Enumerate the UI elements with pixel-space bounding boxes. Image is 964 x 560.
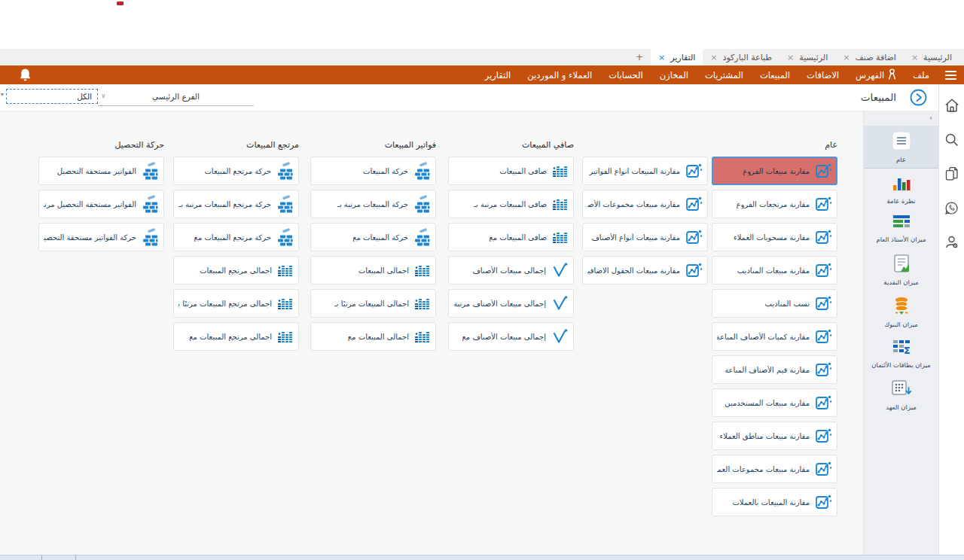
report-button[interactable]: مقارنة قيم الأصناف المباعة bbox=[712, 355, 837, 384]
report-button-label: مقارنة المبيعات بالعملات bbox=[732, 498, 810, 507]
compare-icon bbox=[814, 394, 832, 412]
report-button[interactable]: اجمالي مرتجع المبيعات مرتبًا بـ bbox=[173, 289, 299, 318]
sidebar-item-5[interactable]: Σميزان بطاقات الأئتمان bbox=[864, 333, 938, 373]
sidebar-item-6[interactable]: ميزان العهد bbox=[864, 373, 938, 415]
tab-1[interactable]: اضافة صنف× bbox=[835, 49, 904, 65]
report-button[interactable]: اجمالي المبيعات مرتبًا بـ bbox=[310, 289, 436, 318]
column-header: فواتير المبيعات bbox=[310, 140, 436, 151]
report-button[interactable]: حركة الفواتير مستحقة التحصيل مع bbox=[38, 223, 164, 251]
menu-item-2[interactable]: الاضافات bbox=[798, 65, 847, 84]
whatsapp-icon[interactable] bbox=[944, 200, 959, 219]
report-button[interactable]: اجمالي مرتجع المبيعات bbox=[173, 256, 299, 285]
compare-icon bbox=[685, 195, 703, 213]
home-icon[interactable] bbox=[944, 97, 960, 117]
report-button-label: اجمالي المبيعات مرتبًا بـ bbox=[334, 300, 409, 308]
report-button[interactable]: مقارنة مبيعات الحقول الاضافية bbox=[582, 256, 708, 285]
report-button[interactable]: إجمالي مبيعات الأصناف مرتبة بـ bbox=[448, 289, 574, 318]
report-button[interactable]: مقارنة مبيعات مجموعات العملاء bbox=[712, 455, 837, 483]
report-button[interactable]: صافي المبيعات bbox=[448, 157, 574, 185]
hamburger-menu-icon[interactable] bbox=[945, 71, 956, 80]
report-button[interactable]: مقارنة المبيعات انواع الفواتير bbox=[582, 157, 708, 185]
report-button[interactable]: حركة المبيعات مرتبة بـ bbox=[310, 190, 436, 218]
report-button[interactable]: إجمالي مبيعات الأصناف مع bbox=[448, 322, 574, 351]
report-button[interactable]: الفواتير مستحقة التحصيل مرتبة بـ bbox=[38, 190, 164, 218]
report-button-label: صافي المبيعات مع bbox=[489, 233, 547, 242]
compare-icon bbox=[814, 195, 832, 213]
report-button[interactable]: مقارنة مبيعات الفروع bbox=[712, 157, 837, 185]
new-tab-button[interactable]: + bbox=[628, 49, 651, 65]
scope-combobox[interactable]: الكل bbox=[6, 89, 98, 104]
report-button[interactable]: إجمالي مبيعات الأصناف bbox=[448, 256, 574, 285]
forward-circle-icon[interactable] bbox=[910, 89, 927, 106]
ledger-icon bbox=[892, 215, 911, 233]
report-button[interactable]: اجمالي مرتجع المبيعات مع bbox=[173, 322, 299, 351]
compare-icon bbox=[814, 162, 832, 180]
menu-item-1[interactable]: الفهرس bbox=[847, 65, 905, 84]
support-icon[interactable] bbox=[944, 234, 959, 253]
report-button[interactable]: مقارنة مبيعات المناديب bbox=[712, 256, 837, 285]
tab-3[interactable]: طباعة الباركود× bbox=[703, 49, 779, 65]
equalizer-icon bbox=[276, 295, 294, 312]
sidebar-item-label: ميزان العهد bbox=[886, 403, 917, 411]
report-button[interactable]: صافي المبيعات مرتبة بـ bbox=[448, 190, 574, 218]
report-button[interactable]: مقارنة مبيعات أنواع الأصناف bbox=[582, 223, 708, 251]
report-button[interactable]: مقارنة مبيعات مناطق العملاء bbox=[712, 422, 837, 450]
report-button[interactable]: مقارنة مبيعات المستخدمين bbox=[712, 388, 837, 417]
report-button[interactable]: مقارنة مبيعات مجموعات الأصناف bbox=[582, 190, 708, 218]
sidebar-item-3[interactable]: ميزان النقدية bbox=[864, 248, 938, 291]
sidebar-item-2[interactable]: ميزان الأستاذ العام bbox=[864, 209, 938, 248]
tab-close-icon[interactable]: × bbox=[658, 53, 665, 62]
menu-item-4[interactable]: المشتريات bbox=[697, 65, 752, 84]
tab-0[interactable]: الرئيسية× bbox=[904, 49, 959, 65]
report-button[interactable]: مقارنة مسحوبات العملاء bbox=[712, 223, 837, 251]
menu-item-label: الحسابات bbox=[609, 70, 642, 81]
menu-item-label: الفهرس bbox=[856, 70, 884, 81]
report-button[interactable]: مقارنة مرتجعات الفروع bbox=[712, 190, 837, 218]
custody-icon bbox=[891, 379, 911, 401]
check-icon bbox=[551, 295, 569, 312]
sidebar-item-1[interactable]: نظرة عامة bbox=[864, 169, 938, 209]
tab-label: الرئيسية bbox=[799, 53, 828, 62]
sidebar-expander-icon[interactable]: › bbox=[929, 114, 932, 122]
report-button-label: مقارنة مبيعات المستخدمين bbox=[725, 399, 810, 407]
report-button[interactable]: حركة مرتجع المبيعات bbox=[173, 157, 299, 185]
tab-close-icon[interactable]: × bbox=[843, 53, 850, 62]
menu-item-0[interactable]: ملف bbox=[905, 65, 938, 84]
report-button[interactable]: حركة المبيعات مع bbox=[310, 223, 436, 251]
report-button[interactable]: حركة المبيعات bbox=[310, 157, 436, 185]
search-icon[interactable] bbox=[944, 132, 959, 151]
menu-item-label: المشتريات bbox=[705, 70, 743, 81]
list-icon bbox=[892, 131, 911, 154]
menu-item-5[interactable]: المخازن bbox=[651, 65, 697, 84]
sidebar-item-label: عام bbox=[896, 156, 906, 163]
menu-item-6[interactable]: الحسابات bbox=[600, 65, 651, 84]
report-button[interactable]: مقارنة المبيعات بالعملات bbox=[712, 488, 837, 516]
report-button[interactable]: اجمالي المبيعات مع bbox=[310, 322, 436, 351]
tab-2[interactable]: الرئيسية× bbox=[779, 49, 835, 65]
overview-icon bbox=[892, 174, 911, 195]
mini-dropdown-icon[interactable]: ▾ bbox=[1, 91, 4, 98]
report-button[interactable]: صافي المبيعات مع bbox=[448, 223, 574, 251]
branch-combobox[interactable]: الفرع الرئيسي bbox=[98, 87, 254, 106]
reports-icon[interactable] bbox=[944, 166, 959, 185]
report-button[interactable]: اجمالي المبيعات bbox=[310, 256, 436, 285]
tab-close-icon[interactable]: × bbox=[710, 53, 717, 62]
menu-item-3[interactable]: المبيعات bbox=[752, 65, 798, 84]
tab-label: الرئيسية bbox=[923, 53, 952, 62]
menu-item-7[interactable]: العملاء و الموردين bbox=[519, 65, 600, 84]
tab-close-icon[interactable]: × bbox=[787, 53, 794, 62]
bell-icon[interactable] bbox=[18, 68, 32, 86]
report-button[interactable]: نسب المناديب bbox=[712, 289, 837, 318]
menu-item-label: ملف bbox=[913, 70, 929, 81]
sidebar-item-4[interactable]: ميزان البنوك bbox=[864, 291, 938, 333]
menu-item-8[interactable]: التقارير bbox=[477, 65, 520, 84]
report-button[interactable]: الفواتير مستحقة التحصيل bbox=[38, 157, 164, 185]
tab-close-icon[interactable]: × bbox=[911, 53, 918, 62]
tab-4[interactable]: التقارير× bbox=[651, 49, 703, 65]
report-button[interactable]: حركة مرتجع المبيعات مع bbox=[173, 223, 299, 251]
report-button[interactable]: مقارنة كميات الأصناف المباعة bbox=[712, 322, 837, 351]
sidebar-item-label: ميزان النقدية bbox=[883, 278, 918, 286]
report-button-label: إجمالي مبيعات الأصناف مرتبة بـ bbox=[453, 300, 546, 308]
report-button[interactable]: حركة مرتجع المبيعات مرتبة بـ bbox=[173, 190, 299, 218]
sidebar-item-0[interactable]: عام bbox=[864, 126, 938, 169]
